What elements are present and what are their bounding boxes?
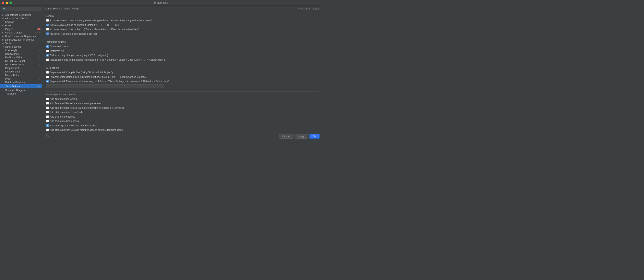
sidebar-tree: ▶ Appearance & Behavior ▶ Alibaba Cloud … [0, 13, 42, 140]
sidebar-item-othersettings[interactable]: ▼ Other Settings [0, 45, 42, 49]
sidebar-item-gittoolbox-global[interactable]: GitToolBox Global [0, 59, 42, 63]
settings-icon: ⚙ [38, 78, 40, 80]
this-field-checkbox[interactable] [46, 115, 49, 118]
class-qualifier-static-checkbox[interactable] [46, 124, 49, 127]
sidebar-item-label: Lombok plugin [5, 70, 21, 73]
rearrange-fields-checkbox[interactable] [46, 59, 49, 61]
sidebar-item-checkstyle[interactable]: Checkstyle ⚙ [0, 49, 42, 52]
breadcrumb: Other Settings › Save Actions [46, 7, 79, 10]
final-local-except-checkbox[interactable] [46, 107, 49, 109]
sidebar-item-label: Checkstyle [5, 49, 17, 52]
sidebar-item-tools[interactable]: ▶ Tools [0, 42, 42, 45]
reformat-changed-checkbox[interactable] [46, 54, 49, 57]
build-title: Build actions [46, 67, 319, 69]
final-local-checkbox[interactable] [46, 102, 49, 105]
class-qualifier-outside-checkbox[interactable] [46, 129, 49, 131]
general-section: General Activate save actions on save (b… [46, 15, 319, 36]
execute-action-checkbox[interactable] [46, 80, 49, 83]
settings-icon: ⚙ [38, 63, 40, 66]
checkbox-activate-on-shortcut: Activate save actions on shortcut (defau… [46, 24, 319, 27]
sidebar-item-findbugs[interactable]: FindBugs-IDEA ⚙ [0, 56, 42, 59]
sidebar-item-appearance[interactable]: ▶ Appearance & Behavior [0, 13, 42, 17]
close-button[interactable] [2, 2, 4, 4]
sidebar-item-editor[interactable]: ▶ Editor [0, 24, 42, 27]
sidebar-item-alibaba[interactable]: ▶ Alibaba Cloud Toolkit [0, 17, 42, 20]
sidebar-item-label: CodeGlance [5, 53, 19, 55]
activate-on-shortcut-label: Activate save actions on shortcut (defau… [50, 24, 118, 27]
sidebar-item-build[interactable]: ▶ Build, Execution, Deployment [0, 35, 42, 38]
sidebar-item-languages[interactable]: ▶ Languages & Frameworks [0, 38, 42, 42]
sidebar-item-pmd[interactable]: PMD ⚙ [0, 77, 42, 81]
settings-icon: ⚙ [38, 85, 40, 88]
help-button[interactable]: ? [45, 134, 48, 138]
checkbox-class-qualifier-static: Add class qualifier to static member acc… [46, 124, 319, 128]
activate-on-batch-label: Activate save actions on batch ("Code > … [50, 28, 140, 31]
preferences-window: Preferences ▶ Appearance & Behavior ▶ Al… [0, 0, 322, 140]
search-input[interactable] [2, 7, 40, 11]
maximize-button[interactable] [10, 2, 12, 4]
java-title: Java inspection and quick fix [46, 93, 319, 96]
apply-button[interactable]: Apply [295, 134, 308, 139]
divider-3 [46, 91, 319, 92]
minimize-button[interactable] [6, 2, 8, 4]
sidebar-item-maven-helper[interactable]: Maven Helper [0, 74, 42, 77]
reload-files-label: [experimental] Reload files in running d… [50, 75, 147, 79]
sidebar-item-label: GitToolBox Global [5, 60, 25, 62]
activate-on-batch-checkbox[interactable] [46, 28, 49, 31]
class-qualifier-outside-label: Add class qualifier to static member acc… [50, 128, 123, 132]
sidebar-item-keymap[interactable]: Keymap [0, 20, 42, 24]
activate-on-save-checkbox[interactable] [46, 19, 49, 22]
sidebar-item-translation[interactable]: Translation [0, 92, 42, 96]
right-panel: Other Settings › Save Actions ⊙ For curr… [42, 6, 322, 140]
compile-files-checkbox[interactable] [46, 71, 49, 74]
this-method-checkbox[interactable] [46, 120, 49, 122]
settings-icon: ⚙ [38, 49, 40, 52]
sidebar-item-grep-console[interactable]: Grep Console [0, 66, 42, 70]
checkbox-static-modifier: Add static modifier to methods [46, 111, 319, 114]
settings-icon: ⚙ [38, 56, 40, 59]
for-current-project[interactable]: ⊙ For current project [297, 7, 319, 10]
general-title: General [46, 15, 319, 17]
rearrange-fields-label: Rearrange fields and methods (configured… [50, 58, 165, 62]
checkbox-execute-action: [experimental] Execute an action (using … [46, 80, 319, 83]
sidebar-item-versioncontrol[interactable]: ▶ Version Control ⚙ ⚙ ⚙ [0, 31, 42, 35]
breadcrumb-current: Save Actions [64, 7, 79, 10]
final-field-checkbox[interactable] [46, 98, 49, 100]
final-local-except-label: Add final modifier to local variable or … [50, 106, 124, 110]
reformat-file-checkbox[interactable] [46, 50, 49, 52]
static-modifier-checkbox[interactable] [46, 111, 49, 113]
sidebar-item-label: Save Actions [6, 85, 20, 88]
sidebar-item-label: Appearance & Behavior [5, 14, 31, 16]
sidebar-item-lombok[interactable]: Lombok plugin [0, 70, 42, 74]
bottom-bar-right: Cancel Apply OK [279, 134, 320, 139]
sidebar-item-label: Grep Console [5, 67, 20, 70]
reload-files-checkbox[interactable] [46, 76, 49, 78]
cancel-button[interactable]: Cancel [279, 134, 294, 139]
sidebar-item-codeglance[interactable]: CodeGlance [0, 52, 42, 56]
sidebar-item-plugins[interactable]: Plugins 1 [0, 27, 42, 31]
build-action-dropdown[interactable] [46, 84, 164, 88]
optimize-imports-label: Optimize imports [50, 45, 68, 49]
class-qualifier-static-label: Add class qualifier to static member acc… [50, 124, 97, 128]
reformat-file-label: Reformat file [50, 50, 64, 53]
activate-on-shortcut-checkbox[interactable] [46, 24, 49, 26]
sidebar-item-label: Keymap [5, 21, 14, 24]
optimize-imports-checkbox[interactable] [46, 45, 49, 48]
checkbox-final-local: Add final modifier to local variable or … [46, 102, 319, 105]
sidebar-item-saveactions[interactable]: Save Actions ⚙ [0, 84, 42, 88]
sidebar-item-gittoolbox-project[interactable]: GitToolBox Project ⚙ [0, 63, 42, 66]
sidebar-item-rainbow[interactable]: Rainbow Brackets [0, 81, 42, 84]
checkbox-activate-on-save: Activate save actions on save (before sa… [46, 19, 319, 23]
ok-button[interactable]: OK [310, 134, 320, 139]
no-action-compile-checkbox[interactable] [46, 33, 49, 35]
checkbox-reformat-file: Reformat file [46, 50, 319, 53]
panel-body: General Activate save actions on save (b… [42, 12, 322, 132]
checkbox-final-field: Add final modifier to field [46, 98, 319, 101]
sidebar-item-label: Maven Helper [5, 74, 20, 77]
static-modifier-label: Add static modifier to methods [50, 111, 83, 114]
build-dropdown-row [46, 84, 319, 88]
checkbox-rearrange-fields: Rearrange fields and methods (configured… [46, 58, 319, 62]
breadcrumb-separator: › [62, 7, 63, 10]
this-field-label: Add this to field access [50, 115, 75, 119]
sidebar-item-sequencediagram[interactable]: SequenceDiagram [0, 88, 42, 92]
